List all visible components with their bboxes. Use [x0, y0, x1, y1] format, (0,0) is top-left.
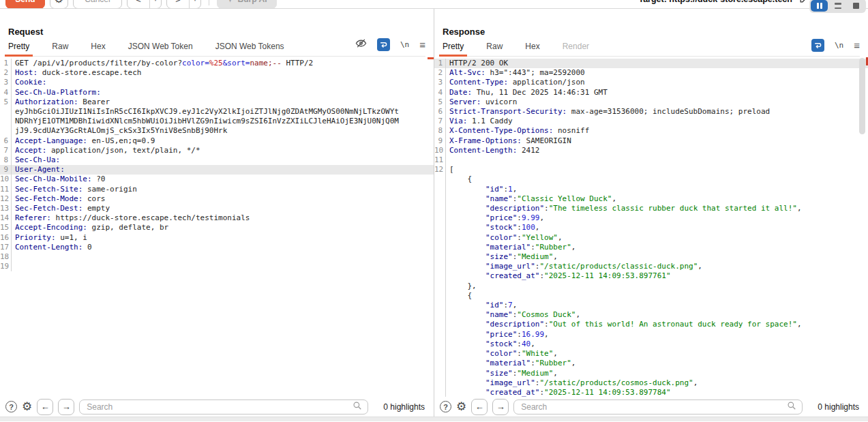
line-number: 6 — [0, 136, 12, 146]
request-searchbar: ? ⚙ ← → 0 highlights — [0, 397, 434, 417]
request-tab-hex[interactable]: Hex — [89, 40, 106, 56]
response-tab-raw[interactable]: Raw — [485, 40, 504, 56]
line-number — [434, 340, 446, 349]
line-number: 9 — [0, 165, 12, 175]
newline-toggle-icon[interactable]: \n — [400, 40, 409, 49]
code-text: "image_url":"/static/products/cosmos-duc… — [446, 378, 698, 388]
hide-eye-slash-icon[interactable] — [355, 37, 367, 52]
line-number — [434, 291, 446, 301]
code-text: "stock":40, — [446, 340, 535, 349]
response-scrollbar-thumb[interactable] — [859, 58, 865, 134]
code-text: Cookie: — [12, 78, 46, 87]
line-number — [434, 223, 446, 232]
line-number — [434, 320, 446, 329]
code-line: { — [434, 291, 868, 301]
help-icon[interactable]: ? — [5, 401, 17, 412]
code-line: 4Sec-Ch-Ua-Platform: — [0, 88, 434, 97]
search-prev-button[interactable]: ← — [471, 399, 488, 415]
request-editor[interactable]: 1GET /api/v1/products/filter/by-color?co… — [0, 57, 434, 397]
code-line: "price":9.99, — [434, 213, 868, 223]
response-tab-render[interactable]: Render — [561, 40, 590, 56]
code-line: "size":"Medium", — [434, 252, 868, 262]
back-dropdown-caret[interactable]: ▾ — [149, 0, 161, 8]
line-number: 4 — [434, 88, 446, 97]
code-text — [12, 252, 15, 262]
request-tab-raw[interactable]: Raw — [50, 40, 70, 56]
code-text: Sec-Ch-Ua-Platform: — [12, 88, 101, 97]
line-number: 16 — [0, 233, 12, 243]
code-line: 18 — [0, 252, 434, 262]
code-line: 8Sec-Ch-Ua: — [0, 155, 434, 165]
code-line: 11 — [434, 155, 868, 165]
send-button[interactable]: Send — [5, 0, 45, 9]
code-text: "created_at":"2025-12-11 14:09:53.897761… — [446, 271, 671, 281]
response-tab-hex[interactable]: Hex — [524, 40, 541, 56]
forward-button[interactable]: > — [167, 0, 189, 8]
search-prev-button[interactable]: ← — [37, 399, 53, 415]
response-editor[interactable]: 1HTTP/2 200 OK2Alt-Svc: h3=":443"; ma=25… — [434, 57, 868, 397]
code-line: 15Accept-Encoding: gzip, deflate, br — [0, 223, 434, 232]
word-wrap-toggle[interactable] — [811, 39, 824, 52]
editor-menu-icon[interactable]: ≡ — [419, 40, 425, 50]
target-url-label: Target: https://duck-store.escape.tech — [638, 0, 792, 4]
help-icon[interactable]: ? — [440, 401, 451, 412]
line-number: 2 — [434, 68, 446, 78]
code-text: }, — [446, 282, 477, 291]
request-tab-pretty[interactable]: Pretty — [7, 40, 31, 56]
layout-columns-button[interactable] — [811, 0, 828, 12]
line-number: 3 — [434, 78, 446, 87]
line-number: 3 — [0, 78, 12, 87]
code-text: "id":1, — [446, 185, 517, 194]
line-number — [434, 243, 446, 252]
line-number: 11 — [434, 155, 446, 165]
search-next-button[interactable]: → — [58, 399, 74, 415]
code-text — [12, 262, 15, 271]
request-tab-json-web-tokens[interactable]: JSON Web Tokens — [214, 40, 286, 56]
request-scroll-highlight-marker — [428, 57, 434, 59]
line-number: 11 — [0, 185, 12, 194]
line-number: 8 — [0, 155, 12, 165]
send-settings-button[interactable]: ⚙ — [50, 0, 68, 9]
forward-dropdown-caret[interactable]: ▾ — [189, 0, 200, 8]
layout-rows-button[interactable] — [829, 0, 846, 12]
code-text: "description":"The timeless classic rubb… — [446, 204, 802, 213]
cancel-button[interactable]: Cancel — [73, 0, 122, 9]
code-text: HTTP/2 200 OK — [446, 59, 508, 68]
back-button[interactable]: < — [128, 0, 149, 8]
request-search-input[interactable] — [85, 402, 353, 412]
response-searchbar: ? ⚙ ← → 0 highlights — [434, 397, 868, 417]
code-text: Sec-Ch-Ua: — [12, 155, 60, 165]
code-line: 6Accept-Language: en-US,en;q=0.9 — [0, 136, 434, 146]
search-settings-gear-icon[interactable]: ⚙ — [456, 401, 466, 412]
editor-menu-icon[interactable]: ≡ — [854, 40, 860, 50]
code-text: "size":"Medium", — [446, 369, 558, 378]
newline-toggle-icon[interactable]: \n — [835, 41, 843, 50]
line-number — [434, 213, 446, 223]
code-text: "created_at":"2025-12-11 14:09:53.897784… — [446, 388, 671, 397]
code-line: 1HTTP/2 200 OK — [434, 59, 868, 68]
layout-single-button[interactable] — [848, 0, 865, 12]
burp-ai-button[interactable]: ✦ Burp AI — [217, 0, 277, 9]
response-tab-pretty[interactable]: Pretty — [441, 40, 465, 56]
line-number — [434, 301, 446, 310]
response-search-input[interactable] — [520, 402, 787, 412]
line-number — [0, 126, 12, 136]
word-wrap-toggle[interactable] — [377, 38, 390, 51]
code-text: "id":7, — [446, 301, 517, 310]
code-text: Via: 1.1 Caddy — [446, 117, 513, 126]
search-next-button[interactable]: → — [492, 399, 509, 415]
response-search-box — [513, 400, 803, 415]
code-line: 7Via: 1.1 Caddy — [434, 117, 868, 126]
search-settings-gear-icon[interactable]: ⚙ — [22, 401, 32, 412]
code-line: 5Server: uvicorn — [434, 97, 868, 107]
code-line: 9User-Agent: — [0, 165, 434, 175]
response-panel: Response Pretty Raw Hex Render \n ≡ — [434, 9, 868, 417]
line-number — [434, 175, 446, 184]
code-text: { — [446, 291, 472, 301]
code-text: [ — [446, 165, 454, 175]
request-tab-json-web-token[interactable]: JSON Web Token — [127, 40, 194, 56]
request-highlights-count: 0 highlights — [373, 402, 428, 412]
edit-target-icon[interactable] — [799, 0, 809, 6]
code-line: "created_at":"2025-12-11 14:09:53.897784… — [434, 388, 868, 397]
line-number: 10 — [434, 146, 446, 155]
